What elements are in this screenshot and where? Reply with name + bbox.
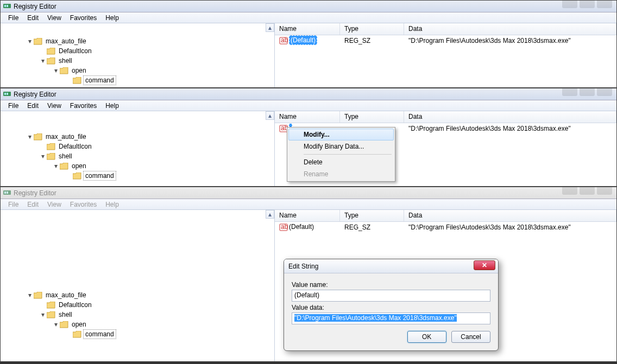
folder-icon <box>34 38 42 45</box>
ctx-modify[interactable]: Modify... <box>288 129 394 141</box>
list-header: Name Type Data <box>275 111 616 123</box>
tree-item-shell[interactable]: ▾shell <box>3 56 116 66</box>
svg-rect-2 <box>7 5 8 7</box>
col-data[interactable]: Data <box>404 111 616 123</box>
collapse-icon[interactable]: ▾ <box>40 312 46 318</box>
min-button[interactable] <box>562 88 577 96</box>
ok-button[interactable]: OK <box>407 331 446 343</box>
collapse-icon[interactable]: ▾ <box>27 134 33 140</box>
svg-rect-11 <box>4 191 6 194</box>
tree-item-open[interactable]: ▾open <box>3 320 116 329</box>
scroll-up-icon[interactable]: ▴ <box>266 210 274 219</box>
close-button[interactable] <box>597 88 612 96</box>
scroll-up-icon[interactable]: ▴ <box>266 23 274 32</box>
tree-item-open[interactable]: ▾open <box>3 66 116 75</box>
max-button[interactable] <box>580 88 595 96</box>
collapse-icon[interactable]: ▾ <box>40 58 46 64</box>
title-text: Registry Editor <box>14 91 56 98</box>
menu-file[interactable]: File <box>4 101 23 111</box>
menu-file[interactable]: File <box>4 13 23 23</box>
col-type[interactable]: Type <box>340 23 404 35</box>
menu-help[interactable]: Help <box>101 200 123 209</box>
list-pane[interactable]: Name Type Data ab "D:\Program Files\Auto… <box>275 111 616 186</box>
tree-pane[interactable]: ▴ ▾max_auto_file DefaultIcon▾shell▾open … <box>1 23 275 87</box>
menu-edit[interactable]: Edit <box>23 101 43 111</box>
folder-icon <box>60 67 68 74</box>
tree-item-label: open <box>70 66 88 75</box>
app-icon <box>3 2 11 11</box>
tree-item-label: max_auto_file <box>44 37 88 46</box>
col-type[interactable]: Type <box>340 111 404 123</box>
col-data[interactable]: Data <box>404 210 616 221</box>
collapse-icon[interactable]: ▾ <box>53 322 59 328</box>
tree-item-max_auto_file[interactable]: ▾max_auto_file <box>3 290 116 300</box>
titlebar[interactable]: Registry Editor <box>1 88 616 100</box>
dialog-titlebar[interactable]: Edit String ✕ <box>284 259 498 273</box>
list-row[interactable]: ab (Default) REG_SZ "D:\Program Files\Au… <box>275 35 616 46</box>
tree-item-shell[interactable]: ▾shell <box>3 151 116 161</box>
max-button[interactable] <box>580 187 595 195</box>
menu-favorites[interactable]: Favorites <box>66 13 101 23</box>
tree-item-shell[interactable]: ▾shell <box>3 310 116 320</box>
value-name-label: Value name: <box>292 281 490 289</box>
tree-item-command[interactable]: command <box>3 75 116 85</box>
tree-pane[interactable]: ▴ ▾max_auto_file DefaultIcon▾shell▾open … <box>1 111 275 186</box>
menu-view[interactable]: View <box>43 200 66 209</box>
col-name[interactable]: Name <box>275 210 340 221</box>
tree-item-max_auto_file[interactable]: ▾max_auto_file <box>3 132 116 142</box>
list-pane[interactable]: Name Type Data ab (Default) REG_SZ "D:\P… <box>275 210 616 361</box>
tree-item-command[interactable]: command <box>3 171 116 181</box>
folder-icon <box>34 292 42 299</box>
menu-help[interactable]: Help <box>101 13 123 23</box>
col-name[interactable]: Name <box>275 23 340 35</box>
collapse-icon[interactable]: ▾ <box>53 68 59 74</box>
min-button[interactable] <box>562 187 577 195</box>
value-data-field[interactable]: "D:\Program Files\Autodesk\3ds Max 2018\… <box>292 312 490 324</box>
tree-item-defaulticon[interactable]: DefaultIcon <box>3 142 116 151</box>
list-pane[interactable]: Name Type Data ab (Default) REG_SZ "D:\P… <box>275 23 616 87</box>
menu-edit[interactable]: Edit <box>23 200 43 209</box>
value-name-field[interactable]: (Default) <box>292 290 490 302</box>
title-text: Registry Editor <box>14 189 56 197</box>
collapse-icon[interactable]: ▾ <box>27 39 33 44</box>
titlebar[interactable]: Registry Editor <box>1 1 616 12</box>
tree-pane[interactable]: ▴ ▾max_auto_file DefaultIcon▾shell▾open … <box>1 210 275 361</box>
tree-item-label: max_auto_file <box>44 132 88 141</box>
col-data[interactable]: Data <box>404 23 616 35</box>
folder-icon <box>47 311 55 318</box>
menu-favorites[interactable]: Favorites <box>66 200 101 209</box>
col-name[interactable]: Name <box>275 111 340 123</box>
value-data: "D:\Program Files\Autodesk\3ds Max 2018\… <box>404 222 616 232</box>
min-button[interactable] <box>562 1 577 8</box>
close-button[interactable] <box>597 187 612 195</box>
ctx-modify-binary[interactable]: Modify Binary Data... <box>288 141 394 152</box>
tree-item-label: DefaultIcon <box>57 301 93 309</box>
collapse-icon[interactable]: ▾ <box>27 292 33 298</box>
dialog-close-button[interactable]: ✕ <box>474 260 495 270</box>
tree-item-command[interactable]: command <box>3 329 116 339</box>
max-button[interactable] <box>580 1 595 8</box>
edit-string-dialog: Edit String ✕ Value name: (Default) Valu… <box>284 259 499 351</box>
menu-help[interactable]: Help <box>101 101 123 111</box>
scroll-up-icon[interactable]: ▴ <box>266 111 274 120</box>
collapse-icon[interactable]: ▾ <box>53 163 59 169</box>
tree-item-defaulticon[interactable]: DefaultIcon <box>3 300 116 310</box>
list-row[interactable]: ab (Default) REG_SZ "D:\Program Files\Au… <box>275 222 616 233</box>
menu-view[interactable]: View <box>43 13 66 23</box>
close-button[interactable] <box>597 1 612 8</box>
col-type[interactable]: Type <box>340 210 404 221</box>
cancel-button[interactable]: Cancel <box>451 331 490 343</box>
titlebar[interactable]: Registry Editor <box>1 187 616 199</box>
menu-edit[interactable]: Edit <box>23 13 43 23</box>
menu-favorites[interactable]: Favorites <box>66 101 101 111</box>
collapse-icon[interactable]: ▾ <box>40 154 46 159</box>
menu-view[interactable]: View <box>43 101 66 111</box>
tree-item-max_auto_file[interactable]: ▾max_auto_file <box>3 36 116 46</box>
folder-icon <box>60 321 68 328</box>
tree-item-label: open <box>70 320 88 329</box>
tree-item-defaulticon[interactable]: DefaultIcon <box>3 46 116 56</box>
tree-item-open[interactable]: ▾open <box>3 161 116 171</box>
ctx-delete[interactable]: Delete <box>288 156 394 168</box>
menu-file[interactable]: File <box>4 200 23 209</box>
tree-item-label: DefaultIcon <box>57 142 93 151</box>
